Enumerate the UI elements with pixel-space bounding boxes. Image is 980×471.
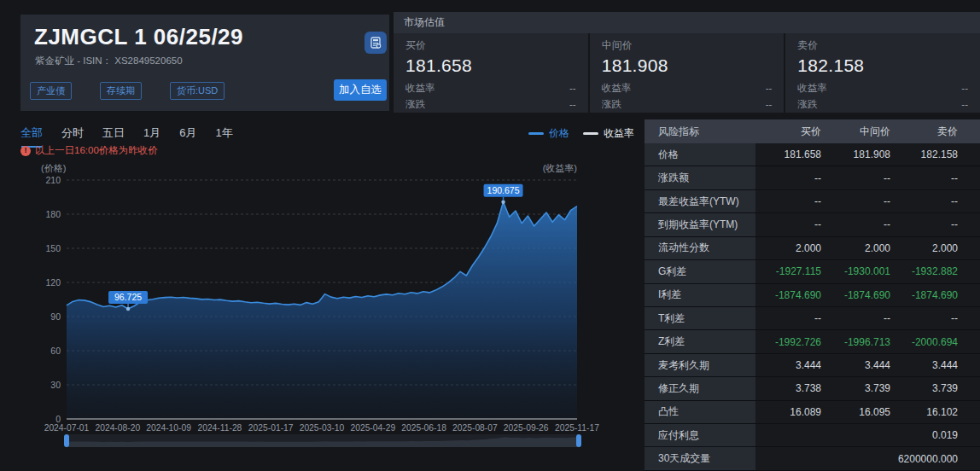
change-value: -- [961,96,968,113]
legend-item[interactable]: 收益率 [583,126,634,141]
risk-table-header: 风险指标买价中间价卖价 [645,119,980,143]
calculator-icon [370,37,382,49]
risk-cell: 16.102 [890,401,980,423]
svg-text:190.675: 190.675 [487,185,520,195]
chart-tab-6月[interactable]: 6月 [179,125,196,146]
svg-text:0: 0 [55,414,61,424]
risk-cell: -- [755,307,821,329]
risk-row-label: 30天成交量 [645,447,755,469]
chart-tab-全部[interactable]: 全部 [20,125,43,146]
risk-table-row: T利差 ------ [645,307,980,330]
risk-indicator-table: 风险指标买价中间价卖价 价格 181.658181.908182.158 涨跌额… [645,119,980,471]
svg-text:60: 60 [50,346,61,356]
risk-table-row: 应付利息 0.019 [645,424,980,447]
yield-value: -- [961,80,968,96]
instrument-tag: 货币:USD [170,82,225,100]
risk-cell: -- [821,166,890,189]
slider-handle-right[interactable] [576,434,581,447]
svg-text:2025-04-29: 2025-04-29 [350,423,395,433]
yield-label: 收益率 [405,80,435,96]
risk-cell: -- [755,166,821,189]
x-axis-ticks: 2024-07-012024-08-202024-10-092024-11-28… [44,423,600,433]
risk-cell: -1992.726 [755,330,821,352]
risk-cell: 3.444 [755,354,821,376]
yield-label: 收益率 [602,80,632,96]
risk-cell: -- [890,213,980,236]
svg-text:2025-03-10: 2025-03-10 [300,423,345,433]
risk-row-label: 最差收益率(YTW) [645,190,755,212]
risk-cell: -- [890,190,980,212]
risk-row-label: 涨跌额 [645,166,755,189]
risk-table-title: 风险指标 [645,119,755,143]
instrument-title: ZJMGCL 1 06/25/29 [34,24,243,50]
chart-tab-1年[interactable]: 1年 [215,125,232,146]
chart-range-slider[interactable] [67,434,579,447]
risk-cell: -1874.690 [755,284,821,306]
risk-cell: -- [890,307,980,329]
instrument-tag: 产业债 [30,82,72,100]
svg-text:2024-11-28: 2024-11-28 [197,423,242,433]
left-axis-title: (价格) [41,162,66,175]
chart-point-marker: 190.675 [484,184,523,204]
risk-table-row: 最差收益率(YTW) ------ [645,190,980,213]
market-price-label: 卖价 [797,38,968,53]
market-price-label: 中间价 [602,38,773,53]
slider-handle-left[interactable] [64,434,69,447]
risk-cell: 16.089 [755,401,821,423]
risk-cell: -- [755,190,821,212]
svg-text:180: 180 [45,209,61,219]
risk-cell: -1930.001 [821,260,890,282]
risk-cell: 182.158 [890,143,980,166]
chart-notice-text: 以上一日16:00价格为昨收价 [35,144,158,157]
svg-text:2024-10-09: 2024-10-09 [146,423,191,433]
slider-minimap-svg [67,434,579,447]
risk-cell [821,424,890,446]
chart-notice: ! 以上一日16:00价格为昨收价 [20,144,158,157]
svg-text:96.725: 96.725 [114,292,142,302]
chart-tab-分时[interactable]: 分时 [61,125,84,146]
risk-cell: -- [821,307,890,329]
risk-table-row: 麦考利久期 3.4443.4443.444 [645,354,980,377]
chart-tab-五日[interactable]: 五日 [102,125,125,146]
risk-cell: 181.658 [755,143,821,166]
risk-row-label: 应付利息 [645,424,755,446]
svg-text:150: 150 [45,243,61,253]
chart-tab-1月[interactable]: 1月 [143,125,160,146]
risk-cell: 181.908 [821,143,890,166]
legend-label: 收益率 [604,126,634,141]
risk-col-header: 卖价 [890,119,980,143]
risk-table-row: 修正久期 3.7383.7393.739 [645,377,980,400]
risk-row-label: 流动性分数 [645,237,755,259]
yield-value: -- [766,80,773,96]
risk-table-row: 流动性分数 2.0002.0002.000 [645,237,980,260]
yield-value: -- [569,80,576,96]
market-column: 买价 181.658 收益率-- 涨跌-- [394,33,588,113]
svg-text:90: 90 [50,311,61,322]
risk-row-label: I利差 [645,284,755,306]
svg-text:2025-11-17: 2025-11-17 [555,423,599,433]
instrument-tag: 存续期 [100,82,142,100]
risk-cell: -1874.690 [890,284,980,306]
instrument-header-card: ZJMGCL 1 06/25/29 紫金矿业 - ISIN： XS2849520… [20,15,389,111]
risk-cell: 6200000.000 [890,447,980,469]
risk-cell [755,447,821,469]
risk-cell [821,447,890,469]
calculator-button[interactable] [365,32,387,54]
legend-item[interactable]: 价格 [528,126,569,141]
add-watchlist-button[interactable]: 加入自选 [334,79,387,101]
risk-cell: -- [821,213,890,236]
risk-col-header: 中间价 [821,119,890,143]
risk-row-label: 凸性 [645,401,755,423]
right-axis-title: (收益率) [516,162,577,175]
market-column: 中间价 181.908 收益率-- 涨跌-- [590,33,785,113]
risk-table-row: 价格 181.658181.908182.158 [645,143,980,166]
risk-table-row: 凸性 16.08916.09516.102 [645,401,980,424]
info-icon: ! [20,146,31,156]
chart-legend: 价格 收益率 [528,126,634,141]
change-label: 涨跌 [405,96,425,113]
risk-row-label: 修正久期 [645,377,755,399]
svg-text:210: 210 [45,175,61,185]
risk-cell: -- [890,166,980,189]
y-axis-ticks: 0306090120150180210 [45,175,61,424]
instrument-subtitle: 紫金矿业 - ISIN： XS2849520650 [35,55,183,67]
